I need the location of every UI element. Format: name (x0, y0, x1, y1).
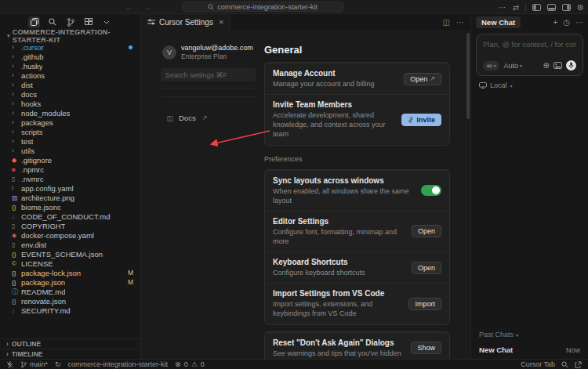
search-icon[interactable] (46, 16, 58, 28)
file-name: docs (21, 90, 37, 99)
file-item[interactable]: › scripts (0, 127, 140, 136)
file-item[interactable]: › utils (0, 146, 140, 155)
file-type-icon: ◆ (12, 157, 21, 164)
project-name[interactable]: commerce-integration-starter-kit (68, 360, 169, 368)
explorer-root-header[interactable]: ▾ COMMERCE-INTEGRATION-STARTER-KIT (0, 30, 140, 42)
error-count: 0 (184, 360, 188, 368)
file-item[interactable]: ! app.config.yaml (0, 183, 140, 193)
timeline-section-header[interactable]: › TIMELINE (0, 349, 140, 359)
more-actions-icon[interactable]: ⋯ (456, 18, 464, 27)
file-name: node_modules (21, 109, 70, 118)
file-item[interactable]: ⓘ README.md (0, 287, 140, 296)
setting-action-button[interactable]: Show (411, 342, 441, 354)
model-selector[interactable]: Auto ▾ (503, 62, 522, 70)
setting-action-button[interactable]: Invite (401, 114, 441, 126)
file-item[interactable]: › packages (0, 118, 140, 127)
toggle-switch[interactable] (421, 185, 441, 196)
microphone-icon[interactable] (566, 60, 576, 71)
file-item[interactable]: › .cursor (0, 42, 140, 52)
layout-sync-icon[interactable]: ⇄ (513, 3, 519, 12)
folder-chevron-icon: › (12, 137, 21, 145)
history-back-icon[interactable]: ← (125, 3, 133, 12)
history-clock-icon[interactable]: ◷ (563, 18, 570, 27)
export-share-icon[interactable] (575, 361, 582, 368)
chat-tab[interactable]: New Chat (476, 16, 521, 28)
setting-action-button[interactable]: Open ↗ (404, 73, 441, 85)
toggle-secondary-sidebar-icon[interactable] (562, 4, 571, 11)
close-icon[interactable]: × (219, 17, 223, 27)
file-item[interactable]: › hooks (0, 99, 140, 108)
image-icon[interactable] (554, 62, 562, 69)
file-item[interactable]: › actions (0, 71, 140, 80)
remote-indicator[interactable] (6, 361, 13, 368)
file-item[interactable]: {} EVENTS_SCHEMA.json (0, 249, 140, 259)
file-name: CODE_OF_CONDUCT.md (21, 212, 111, 221)
settings-gear-icon[interactable]: ⚙ (577, 3, 584, 12)
split-editor-icon[interactable]: ◫ (443, 18, 450, 27)
chat-input-box[interactable]: Plan, @ for context, / for commands ∞ ▾ … (476, 34, 583, 76)
history-forward-icon[interactable]: → (143, 3, 151, 12)
file-name: dist (21, 81, 33, 89)
file-item[interactable]: › test (0, 136, 140, 146)
sync-icon[interactable]: ↻ (55, 360, 61, 368)
file-item[interactable]: ▯ env.dist (0, 240, 140, 249)
settings-search-input[interactable]: Search settings ⌘F (161, 68, 256, 81)
file-item[interactable]: {} renovate.json (0, 296, 140, 306)
settings-section: Preferences Sync layouts across windows … (264, 155, 450, 325)
file-type-icon: ▯ (12, 241, 21, 248)
settings-nav-item-docs[interactable]: ◫ Docs ↗ (161, 112, 256, 124)
editor-scrollbar[interactable] (466, 33, 470, 119)
web-globe-icon[interactable]: ⊕ (543, 61, 550, 70)
context-selector[interactable]: Local ▾ (479, 81, 580, 89)
settings-row: Manage Account Manage your account and b… (265, 63, 449, 94)
more-actions-icon[interactable]: ⋯ (575, 18, 583, 27)
setting-description: When enabled, all windows share the same… (273, 186, 412, 205)
git-branch-indicator[interactable]: main* (20, 360, 48, 368)
zoom-magnifier-icon[interactable] (561, 361, 568, 368)
file-name: renovate.json (21, 297, 66, 306)
file-item[interactable]: ■ .npmrc (0, 165, 140, 174)
agent-mode-pill[interactable]: ∞ ▾ (483, 61, 499, 71)
setting-action-button[interactable]: Open (412, 262, 441, 274)
file-item[interactable]: › .github (0, 52, 140, 61)
file-item[interactable]: ↓ CODE_OF_CONDUCT.md (0, 212, 140, 221)
file-item[interactable]: ▯ .nvmrc (0, 174, 140, 183)
cursor-tab-indicator[interactable]: Cursor Tab (521, 360, 555, 368)
explorer-files-icon[interactable] (28, 16, 40, 28)
extensions-icon[interactable] (82, 16, 94, 28)
problems-indicator[interactable]: ⊗ 0 ⚠ 0 (175, 360, 205, 368)
file-item[interactable]: › dist (0, 80, 140, 89)
more-actions-icon[interactable]: ⋯ (499, 3, 506, 12)
toggle-panel-icon[interactable] (547, 4, 556, 11)
new-chat-plus-icon[interactable]: + (553, 18, 557, 27)
chevron-down-icon[interactable] (100, 16, 112, 28)
file-item[interactable]: ◈ docker-compose.yaml (0, 230, 140, 240)
file-item[interactable]: ↓ SECURITY.md (0, 306, 140, 315)
past-chats-header[interactable]: Past Chats ▾ (479, 331, 580, 338)
file-name: SECURITY.md (21, 306, 71, 315)
file-item[interactable]: {} package-lock.json M (0, 268, 140, 277)
toggle-primary-sidebar-icon[interactable] (532, 4, 541, 11)
file-item[interactable]: ▯ COPYRIGHT (0, 221, 140, 230)
file-item[interactable]: ◆ .gitignore (0, 155, 140, 165)
file-item[interactable]: › node_modules (0, 108, 140, 118)
command-center-search[interactable]: commerce-integration-starter-kit (182, 2, 343, 12)
chevron-down-icon: ▾ (493, 63, 495, 68)
file-item[interactable]: › .husky (0, 61, 140, 71)
chat-history-item[interactable]: New Chat Now (479, 345, 580, 354)
file-item[interactable]: © LICENSE (0, 259, 140, 268)
file-name: hooks (21, 99, 41, 108)
file-item[interactable]: ▨ architecture.png (0, 193, 140, 202)
folder-chevron-icon: › (12, 81, 21, 89)
source-control-icon[interactable] (64, 16, 76, 28)
outline-section-header[interactable]: › OUTLINE (0, 338, 140, 349)
bolt-slash-icon (6, 361, 13, 368)
setting-action-button[interactable]: Import (408, 298, 441, 310)
setting-action-button[interactable]: Open (412, 225, 441, 237)
file-item[interactable]: › docs (0, 89, 140, 99)
file-item[interactable]: {} package.json M (0, 277, 140, 287)
setting-title: Reset "Don't Ask Again" Dialogs (273, 338, 401, 347)
tab-cursor-settings[interactable]: Cursor Settings × (141, 14, 230, 30)
file-item[interactable]: {} biome.jsonc (0, 202, 140, 212)
book-icon: ◫ (165, 114, 174, 122)
